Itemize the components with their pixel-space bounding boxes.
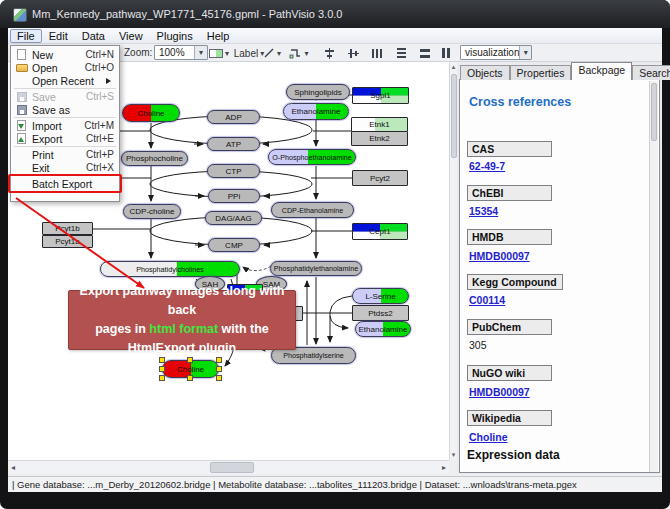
node-phosphatidylethanolamine[interactable]: Phosphatidylethanolamine — [270, 261, 362, 276]
node-sphingolipids[interactable]: Sphingolipids — [286, 84, 350, 100]
app-icon — [13, 8, 27, 22]
node-l-serine[interactable]: L-Serine — [352, 288, 409, 304]
node-ppi[interactable]: PPi — [208, 189, 260, 203]
menu-bar: File Edit Data View Plugins Help — [8, 28, 662, 44]
gene-box-cept1[interactable]: Cept1 — [352, 223, 408, 240]
menu-item-open-recent[interactable]: Open Recent — [11, 74, 119, 87]
chevron-down-icon: ▾ — [304, 49, 308, 58]
cross-references-heading: Cross references — [469, 95, 571, 109]
reflink-chebi[interactable]: 15354 — [469, 205, 498, 217]
align-center-x-icon — [323, 47, 336, 60]
menu-help[interactable]: Help — [200, 29, 237, 43]
node-cdp-choline[interactable]: CDP-choline — [123, 204, 181, 219]
node-ethanolamine-bottom[interactable]: Ethanolamine — [355, 321, 411, 337]
submenu-arrow-icon — [106, 78, 114, 84]
distribute-horizontal-button[interactable] — [368, 45, 386, 61]
menu-item-batch-export[interactable]: Batch Export — [11, 177, 119, 190]
node-phosphatidylcholines[interactable]: Phosphatidylcholines — [100, 261, 240, 277]
scroll-right-icon[interactable]: ▸ — [442, 463, 446, 472]
reflink-wikipedia[interactable]: Choline — [469, 431, 508, 443]
vertical-scrollbar[interactable]: ▴ ▾ — [449, 62, 457, 460]
scroll-left-icon[interactable]: ◂ — [11, 463, 15, 472]
gene-box-pcyt1a[interactable]: Pcyt1a — [42, 235, 93, 248]
distribute-vertical-button[interactable] — [392, 45, 410, 61]
reflink-hmdb[interactable]: HMDB00097 — [469, 250, 530, 262]
node-phosphocholine[interactable]: Phosphocholine — [121, 151, 188, 166]
node-cmp[interactable]: CMP — [208, 238, 260, 252]
tab-properties[interactable]: Properties — [510, 65, 572, 80]
refsource-pubchem: PubChem — [467, 319, 552, 335]
connector-tool-button[interactable]: ▾ — [285, 45, 313, 61]
save-as-icon — [15, 104, 30, 116]
same-height-button[interactable] — [436, 45, 454, 61]
align-center-y-button[interactable] — [344, 45, 362, 61]
node-adp[interactable]: ADP — [207, 110, 260, 124]
menu-edit[interactable]: Edit — [42, 29, 75, 43]
status-bar: | Gene database: ...m_Derby_20120602.bri… — [8, 476, 662, 492]
tab-search[interactable]: Search — [632, 65, 670, 80]
gene-box-etnk1[interactable]: Etnk1 — [351, 117, 408, 132]
label-button-text: Label — [234, 48, 258, 59]
node-o-phosphoethanolamine[interactable]: O-Phosphoethanolamine — [268, 149, 356, 165]
menu-plugins[interactable]: Plugins — [150, 29, 200, 43]
sidebar-scroll-thumb[interactable] — [651, 83, 657, 141]
reflink-kegg[interactable]: C00114 — [469, 294, 505, 306]
reflink-cas[interactable]: 62-49-7 — [469, 160, 505, 172]
menu-item-open[interactable]: Open Ctrl+O — [11, 61, 119, 74]
line-tool-button[interactable]: ▾ — [258, 45, 286, 61]
scroll-down-icon[interactable]: ▾ — [450, 451, 457, 459]
same-height-icon — [439, 47, 452, 60]
datanode-template-button[interactable]: ▾ — [205, 45, 233, 61]
sidebar-scrollbar[interactable] — [649, 81, 658, 472]
title-bar: Mm_Kennedy_pathway_WP1771_45176.gpml - P… — [0, 0, 670, 28]
menu-separator — [14, 146, 116, 147]
menu-item-exit[interactable]: Exit Ctrl+X — [11, 161, 119, 174]
sidebar-tabs: Objects Properties Backpage Search Legen… — [460, 62, 670, 80]
menu-item-new[interactable]: New Ctrl+N — [11, 48, 119, 61]
visualization-select[interactable]: visualization ▾ — [460, 45, 532, 60]
horizontal-scrollbar[interactable]: ◂ ▸ — [8, 460, 449, 474]
distribute-vertical-icon — [395, 47, 408, 60]
node-dag-aag[interactable]: DAG/AAG — [205, 211, 262, 225]
horizontal-scroll-thumb[interactable] — [210, 462, 254, 473]
node-ethanolamine-top[interactable]: Ethanolamine — [283, 103, 349, 120]
reflink-nugo[interactable]: HMDB00097 — [469, 386, 530, 398]
menu-item-import[interactable]: Import Ctrl+M — [11, 119, 119, 132]
menu-file[interactable]: File — [10, 29, 42, 43]
align-center-x-button[interactable] — [320, 45, 338, 61]
chevron-down-icon: ▾ — [277, 49, 281, 58]
scroll-up-icon[interactable]: ▴ — [450, 63, 457, 71]
refsource-hmdb: HMDB — [467, 229, 552, 245]
tab-backpage[interactable]: Backpage — [571, 62, 632, 80]
menu-item-save[interactable]: Save Ctrl+S — [11, 90, 119, 103]
visualization-value: visualization — [465, 47, 519, 58]
application-window: Mm_Kennedy_pathway_WP1771_45176.gpml - P… — [0, 0, 670, 509]
gene-box-pcyt1b[interactable]: Pcyt1b — [42, 222, 93, 235]
menu-data[interactable]: Data — [75, 29, 112, 43]
menu-item-export[interactable]: Export Ctrl+E — [11, 132, 119, 145]
expression-data-heading: Expression data — [467, 448, 560, 462]
node-atp[interactable]: ATP — [207, 137, 260, 151]
gene-box-sgpl1[interactable]: Sgpl1 — [352, 87, 409, 104]
chevron-down-icon[interactable]: ▾ — [519, 46, 531, 59]
gene-box-pcyt2[interactable]: Pcyt2 — [352, 170, 408, 186]
new-document-icon — [15, 49, 30, 61]
refsource-wikipedia: Wikipedia — [467, 410, 552, 426]
node-choline-top[interactable]: Choline — [122, 104, 180, 122]
node-ctp[interactable]: CTP — [207, 164, 260, 178]
gene-box-etnk2[interactable]: Etnk2 — [351, 131, 408, 146]
distribute-horizontal-icon — [371, 47, 384, 60]
zoom-label: Zoom: — [124, 47, 152, 58]
menu-view[interactable]: View — [112, 29, 150, 43]
tab-objects[interactable]: Objects — [460, 65, 510, 80]
menu-item-print[interactable]: Print Ctrl+P — [11, 148, 119, 161]
annotation-callout: Export pathway images along with back pa… — [68, 290, 296, 350]
same-width-button[interactable] — [416, 45, 434, 61]
node-cdp-ethanolamine[interactable]: CDP-Ethanolamine — [271, 202, 354, 218]
gene-box-ptdss2[interactable]: Ptdss2 — [352, 305, 409, 321]
import-icon — [15, 120, 30, 132]
zoom-select[interactable]: 100% ▾ — [154, 45, 208, 60]
datanode-icon — [209, 49, 223, 58]
refsource-nugo: NuGO wiki — [467, 365, 552, 381]
menu-item-save-as[interactable]: Save as — [11, 103, 119, 116]
